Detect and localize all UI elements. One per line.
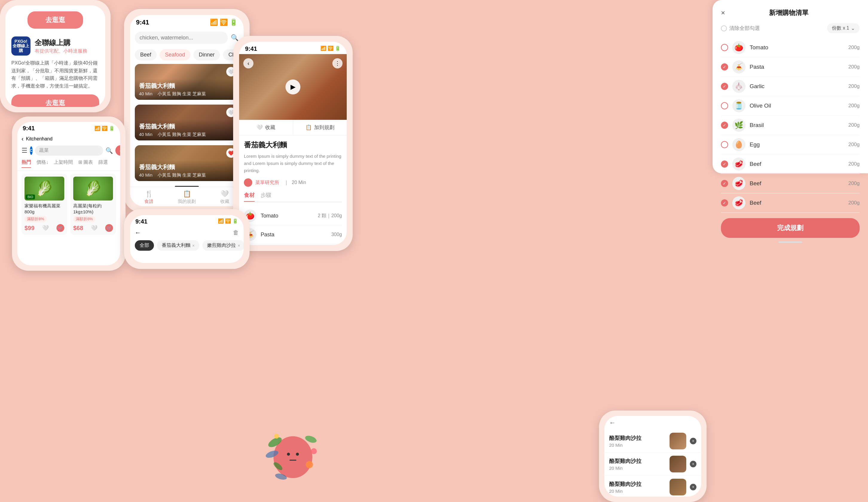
rd-play-btn[interactable]: ▶ xyxy=(286,80,300,94)
cf-cart-1[interactable]: 🛒 xyxy=(56,224,64,232)
svg-point-10 xyxy=(265,449,279,459)
sl-img-olive: 🫙 xyxy=(732,99,745,112)
sl-check-brasil[interactable] xyxy=(721,122,728,129)
recipe-search-input[interactable] xyxy=(135,32,228,44)
rd-back-btn[interactable]: ‹ xyxy=(243,58,254,69)
sl-amount-brasil: 200g xyxy=(848,122,860,128)
cf-fav-1[interactable]: 🤍 xyxy=(42,225,49,231)
sl-check-pasta[interactable] xyxy=(721,63,728,71)
pxgo-bottom-btn[interactable]: 去逛逛 xyxy=(11,94,99,107)
calendar-icon: 📋 xyxy=(306,124,312,130)
mp-header: ← 🗑 xyxy=(130,227,244,239)
cf-cart-2[interactable]: 🛒 xyxy=(105,224,113,232)
pxgo-top-btn[interactable]: 去逛逛 xyxy=(28,11,83,29)
cf-tabs: 熱門 價格↓ 上架時間 ⊞ 圖表 篩選 xyxy=(17,157,120,171)
filter-chip-seafood[interactable]: Seafood xyxy=(159,49,190,60)
sl-clear-btn[interactable]: 清除全部勾選 xyxy=(721,25,760,32)
sl-item-egg: 🥚 Egg 200g xyxy=(721,135,860,155)
sl-img-beef3: 🥩 xyxy=(732,196,745,209)
svg-point-6 xyxy=(272,461,284,471)
ps-close-btn[interactable]: ← xyxy=(609,419,616,427)
sl-portion-btn[interactable]: 份數 x 1 ⌄ xyxy=(827,23,860,33)
recipe-card-3-meta: 40 Min 小黃瓜 雞胸 生菜 芝麻葉 xyxy=(139,172,235,178)
mp-chip-pasta[interactable]: 番茄義大利麵 × xyxy=(157,240,199,251)
ps-x-btn-2[interactable]: × xyxy=(690,461,696,467)
cf-status-bar: 9:41 📶 🛜 🔋 xyxy=(17,122,120,134)
ps-recipe-2[interactable]: 酪梨雞肉沙拉 20 Min × xyxy=(604,453,701,476)
sl-check-garlic[interactable] xyxy=(721,83,728,90)
sl-check-beef3[interactable] xyxy=(721,199,728,207)
recipe-card-1[interactable]: 番茄義大利麵 40 Min 小黃瓜 雞胸 生菜 芝麻葉 🤍 xyxy=(135,64,239,100)
ps-recipe-1[interactable]: 酪梨雞肉沙拉 20 Min × xyxy=(604,430,701,453)
sl-close-btn[interactable]: × xyxy=(721,9,725,17)
ps-recipe-3[interactable]: 酪梨雞肉沙拉 20 Min × xyxy=(604,476,701,496)
cf-tab-grid[interactable]: ⊞ 圖表 xyxy=(78,159,93,168)
recipe-card-3-time: 40 Min xyxy=(139,172,153,178)
cf-product-1-price: $99 xyxy=(24,225,34,232)
sl-check-beef2[interactable] xyxy=(721,180,728,187)
sl-name-tomato: Tomato xyxy=(750,44,844,51)
sl-img-brasil: 🌿 xyxy=(732,119,745,132)
nav-food[interactable]: 🍴 食譜 xyxy=(130,190,168,205)
cf-products: 🥬 BIO 家樂福有機高麗菜800g 滿額折8% $99 🤍 🛒 🥬 高麗菜(每… xyxy=(17,171,120,238)
sl-check-beef1[interactable] xyxy=(721,160,728,168)
nav-food-label: 食譜 xyxy=(144,199,153,205)
cf-product-1-name: 家樂福有機高麗菜800g xyxy=(24,203,64,215)
recipe-card-3-tags: 小黃瓜 雞胸 生菜 芝麻葉 xyxy=(157,172,206,178)
recipe-card-3[interactable]: 番茄義大利麵 40 Min 小黃瓜 雞胸 生菜 芝麻葉 ❤️ xyxy=(135,145,239,181)
carrefour-screen: 9:41 📶 🛜 🔋 ‹ Kitchenhand ☰ C 🔍 小時到! 熱門 價… xyxy=(17,122,120,265)
rd-tab-ingredients[interactable]: 食材 xyxy=(244,191,255,202)
ps-recipe-3-time: 20 Min xyxy=(609,489,666,494)
cf-status-icons: 📶 🛜 🔋 xyxy=(94,125,115,132)
cf-product-1[interactable]: 🥬 BIO 家樂福有機高麗菜800g 滿額折8% $99 🤍 🛒 xyxy=(21,174,67,235)
recipe-list-screen: 9:41 📶 🛜 🔋 🔍 Beef Seafood Dinner Chicken… xyxy=(130,15,244,206)
sl-name-egg: Egg xyxy=(750,141,844,148)
plan-icon: 📋 xyxy=(183,190,191,198)
cf-tab-hot[interactable]: 熱門 xyxy=(21,159,31,168)
rd-actions: 🤍 收藏 📋 加到規劃 xyxy=(239,120,347,135)
ps-x-btn-3[interactable]: × xyxy=(690,484,696,490)
mp-trash-btn[interactable]: 🗑 xyxy=(233,229,239,236)
recipe-card-2-time: 40 Min xyxy=(139,132,153,137)
cf-search-button[interactable]: 🔍 xyxy=(105,147,113,154)
sl-check-tomato[interactable] xyxy=(721,44,728,51)
cf-tab-filter[interactable]: 篩選 xyxy=(98,159,108,168)
sl-amount-egg: 200g xyxy=(848,142,860,148)
cf-back-btn[interactable]: ‹ xyxy=(21,135,24,142)
sl-check-egg[interactable] xyxy=(721,141,728,148)
ps-x-btn-1[interactable]: × xyxy=(690,438,696,445)
ps-recipe-3-img xyxy=(670,479,686,495)
mp-chip-all[interactable]: 全部 xyxy=(135,240,154,251)
ps-recipe-2-img xyxy=(670,456,686,472)
pxgo-screen: 去逛逛 PXGo!全聯線上購 全聯線上購 有提供宅配、小時達服務 PXGo!全聯… xyxy=(6,6,105,107)
rd-bookmark-btn[interactable]: 🤍 收藏 xyxy=(239,120,293,135)
svg-point-11 xyxy=(275,472,287,481)
food-icon: 🍴 xyxy=(145,190,153,198)
cf-fav-2[interactable]: 🤍 xyxy=(91,225,97,231)
mp-chip-chicken[interactable]: 嫩煎雞肉沙拉 × xyxy=(202,240,244,251)
sl-name-beef2: Beef xyxy=(750,180,844,187)
cf-tab-time[interactable]: 上架時間 xyxy=(54,159,73,168)
pxgo-logo: PXGo!全聯線上購 xyxy=(11,36,31,55)
cf-search-input[interactable] xyxy=(35,146,103,156)
mp-back-btn[interactable]: ← xyxy=(135,229,141,236)
sl-check-olive[interactable] xyxy=(721,102,728,109)
cf-tab-price[interactable]: 價格↓ xyxy=(37,159,49,168)
sl-complete-btn[interactable]: 完成規劃 xyxy=(721,218,860,238)
phone-meal-plan: 9:41 📶 🛜 🔋 ← 🗑 全部 番茄義大利麵 × 嫩煎雞肉沙拉 × 酥 xyxy=(124,209,250,269)
sl-clear-row: 清除全部勾選 份數 x 1 ⌄ xyxy=(721,23,860,33)
rd-menu-btn[interactable]: ⋮ xyxy=(332,58,342,69)
nav-plan[interactable]: 📋 我的規劃 xyxy=(168,190,206,205)
rd-tab-steps[interactable]: 步驟 xyxy=(261,191,271,202)
sl-img-beef1: 🥩 xyxy=(732,157,745,171)
cf-menu-icon[interactable]: ☰ xyxy=(21,147,28,155)
cf-product-2[interactable]: 🥬 高麗菜(每粒約1kg±10%) 滿額折8% $68 🤍 🛒 xyxy=(70,174,116,235)
rd-author-name: 菜單研究所 xyxy=(255,180,279,186)
ps-recipe-3-info: 酪梨雞肉沙拉 20 Min xyxy=(609,481,666,494)
rd-plan-btn[interactable]: 📋 加到規劃 xyxy=(293,120,347,135)
filter-chip-beef[interactable]: Beef xyxy=(135,49,157,60)
meal-plan-screen: 9:41 📶 🛜 🔋 ← 🗑 全部 番茄義大利麵 × 嫩煎雞肉沙拉 × 酥 xyxy=(130,215,244,263)
filter-chip-dinner[interactable]: Dinner xyxy=(193,49,220,60)
recipe-card-2[interactable]: 番茄義大利麵 40 Min 小黃瓜 雞胸 生菜 芝麻葉 🤍 xyxy=(135,105,239,140)
cf-time-button[interactable]: 小時到! xyxy=(115,145,120,156)
